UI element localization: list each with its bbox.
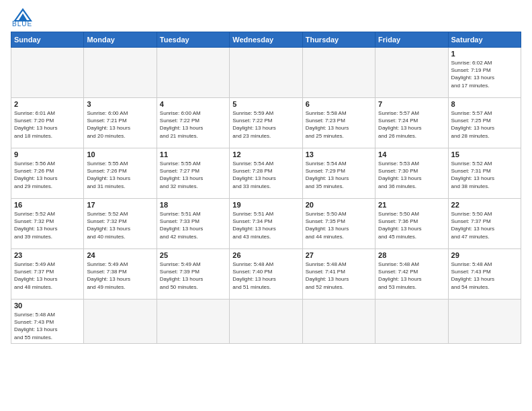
day-number: 5 (232, 100, 299, 108)
header-thursday: Thursday (302, 32, 375, 48)
calendar-cell: 25Sunrise: 5:49 AM Sunset: 7:39 PM Dayli… (157, 249, 229, 300)
calendar-cell: 10Sunrise: 5:55 AM Sunset: 7:26 PM Dayli… (84, 148, 157, 199)
calendar-cell (302, 48, 375, 98)
calendar-cell: 29Sunrise: 5:48 AM Sunset: 7:43 PM Dayli… (448, 249, 521, 300)
day-number: 15 (451, 150, 518, 158)
header-saturday: Saturday (448, 32, 521, 48)
day-info: Sunrise: 5:52 AM Sunset: 7:32 PM Dayligh… (87, 210, 153, 240)
day-info: Sunrise: 5:51 AM Sunset: 7:33 PM Dayligh… (160, 210, 226, 240)
calendar-cell: 22Sunrise: 5:50 AM Sunset: 7:37 PM Dayli… (448, 199, 521, 249)
day-info: Sunrise: 5:56 AM Sunset: 7:26 PM Dayligh… (14, 160, 81, 190)
calendar-cell: 15Sunrise: 5:52 AM Sunset: 7:31 PM Dayli… (448, 148, 521, 199)
day-number: 22 (451, 201, 518, 209)
day-info: Sunrise: 5:55 AM Sunset: 7:27 PM Dayligh… (160, 160, 226, 190)
calendar-cell: 26Sunrise: 5:48 AM Sunset: 7:40 PM Dayli… (230, 249, 302, 300)
calendar-cell (230, 300, 302, 344)
day-number: 8 (451, 100, 518, 108)
calendar-cell: 5Sunrise: 5:59 AM Sunset: 7:22 PM Daylig… (230, 98, 302, 148)
day-info: Sunrise: 5:50 AM Sunset: 7:35 PM Dayligh… (306, 210, 372, 240)
day-number: 12 (232, 150, 299, 158)
day-info: Sunrise: 5:51 AM Sunset: 7:34 PM Dayligh… (232, 210, 299, 240)
day-number: 16 (14, 201, 81, 209)
calendar-cell: 28Sunrise: 5:48 AM Sunset: 7:42 PM Dayli… (375, 249, 448, 300)
day-number: 7 (378, 100, 445, 108)
calendar-cell: 18Sunrise: 5:51 AM Sunset: 7:33 PM Dayli… (157, 199, 229, 249)
calendar-page: BLUE Sunday Monday Tuesday Wednesday Thu… (0, 0, 532, 349)
day-number: 1 (451, 50, 518, 58)
day-info: Sunrise: 5:50 AM Sunset: 7:36 PM Dayligh… (378, 210, 445, 240)
day-number: 21 (378, 201, 445, 209)
calendar-cell (84, 300, 157, 344)
calendar-cell: 12Sunrise: 5:54 AM Sunset: 7:28 PM Dayli… (230, 148, 302, 199)
day-info: Sunrise: 5:48 AM Sunset: 7:43 PM Dayligh… (451, 261, 518, 291)
calendar-cell: 24Sunrise: 5:49 AM Sunset: 7:38 PM Dayli… (84, 249, 157, 300)
day-number: 9 (14, 150, 81, 158)
day-info: Sunrise: 5:54 AM Sunset: 7:28 PM Dayligh… (232, 160, 299, 190)
day-number: 3 (87, 100, 153, 108)
calendar-cell: 1Sunrise: 6:02 AM Sunset: 7:19 PM Daylig… (448, 48, 521, 98)
calendar-cell (448, 300, 521, 344)
day-info: Sunrise: 5:50 AM Sunset: 7:37 PM Dayligh… (451, 210, 518, 240)
calendar-cell (302, 300, 375, 344)
day-info: Sunrise: 5:49 AM Sunset: 7:37 PM Dayligh… (14, 261, 81, 291)
day-info: Sunrise: 5:49 AM Sunset: 7:39 PM Dayligh… (160, 261, 226, 291)
calendar-cell: 8Sunrise: 5:57 AM Sunset: 7:25 PM Daylig… (448, 98, 521, 148)
day-info: Sunrise: 6:01 AM Sunset: 7:20 PM Dayligh… (14, 109, 81, 140)
calendar-cell: 11Sunrise: 5:55 AM Sunset: 7:27 PM Dayli… (157, 148, 229, 199)
day-number: 10 (87, 150, 153, 158)
day-number: 19 (232, 201, 299, 209)
header: BLUE (11, 8, 521, 28)
calendar-cell: 23Sunrise: 5:49 AM Sunset: 7:37 PM Dayli… (11, 249, 84, 300)
calendar-cell (230, 48, 302, 98)
day-number: 20 (306, 201, 372, 209)
day-number: 29 (451, 251, 518, 259)
day-number: 27 (306, 251, 372, 259)
day-number: 11 (160, 150, 226, 158)
day-info: Sunrise: 5:58 AM Sunset: 7:23 PM Dayligh… (306, 109, 372, 140)
day-info: Sunrise: 5:54 AM Sunset: 7:29 PM Dayligh… (306, 160, 372, 190)
day-number: 4 (160, 100, 226, 108)
calendar-cell (11, 48, 84, 98)
day-info: Sunrise: 5:52 AM Sunset: 7:31 PM Dayligh… (451, 160, 518, 190)
calendar-cell (84, 48, 157, 98)
day-info: Sunrise: 5:59 AM Sunset: 7:22 PM Dayligh… (232, 109, 299, 140)
calendar-cell: 4Sunrise: 6:00 AM Sunset: 7:22 PM Daylig… (157, 98, 229, 148)
day-info: Sunrise: 5:48 AM Sunset: 7:43 PM Dayligh… (14, 311, 81, 341)
logo: BLUE (11, 8, 32, 28)
day-info: Sunrise: 5:57 AM Sunset: 7:25 PM Dayligh… (451, 109, 518, 140)
calendar-cell: 17Sunrise: 5:52 AM Sunset: 7:32 PM Dayli… (84, 199, 157, 249)
header-friday: Friday (375, 32, 448, 48)
calendar-cell: 30Sunrise: 5:48 AM Sunset: 7:43 PM Dayli… (11, 300, 84, 344)
day-number: 18 (160, 201, 226, 209)
calendar-cell (157, 300, 229, 344)
calendar-cell (375, 300, 448, 344)
logo-icon (13, 8, 32, 21)
header-wednesday: Wednesday (230, 32, 302, 48)
day-info: Sunrise: 5:55 AM Sunset: 7:26 PM Dayligh… (87, 160, 153, 190)
calendar-cell: 7Sunrise: 5:57 AM Sunset: 7:24 PM Daylig… (375, 98, 448, 148)
day-info: Sunrise: 5:48 AM Sunset: 7:40 PM Dayligh… (232, 261, 299, 291)
calendar-cell: 2Sunrise: 6:01 AM Sunset: 7:20 PM Daylig… (11, 98, 84, 148)
calendar-cell: 21Sunrise: 5:50 AM Sunset: 7:36 PM Dayli… (375, 199, 448, 249)
calendar-cell: 14Sunrise: 5:53 AM Sunset: 7:30 PM Dayli… (375, 148, 448, 199)
day-number: 23 (14, 251, 81, 259)
day-number: 24 (87, 251, 153, 259)
day-info: Sunrise: 6:00 AM Sunset: 7:22 PM Dayligh… (160, 109, 226, 140)
calendar-cell: 20Sunrise: 5:50 AM Sunset: 7:35 PM Dayli… (302, 199, 375, 249)
calendar-cell: 27Sunrise: 5:48 AM Sunset: 7:41 PM Dayli… (302, 249, 375, 300)
calendar-cell (157, 48, 229, 98)
day-info: Sunrise: 5:53 AM Sunset: 7:30 PM Dayligh… (378, 160, 445, 190)
calendar-cell: 16Sunrise: 5:52 AM Sunset: 7:32 PM Dayli… (11, 199, 84, 249)
day-number: 30 (14, 302, 81, 310)
day-info: Sunrise: 5:57 AM Sunset: 7:24 PM Dayligh… (378, 109, 445, 140)
calendar-cell: 3Sunrise: 6:00 AM Sunset: 7:21 PM Daylig… (84, 98, 157, 148)
day-info: Sunrise: 6:00 AM Sunset: 7:21 PM Dayligh… (87, 109, 153, 140)
day-number: 14 (378, 150, 445, 158)
calendar-cell: 9Sunrise: 5:56 AM Sunset: 7:26 PM Daylig… (11, 148, 84, 199)
calendar-cell (375, 48, 448, 98)
day-number: 13 (306, 150, 372, 158)
calendar-cell: 6Sunrise: 5:58 AM Sunset: 7:23 PM Daylig… (302, 98, 375, 148)
day-number: 17 (87, 201, 153, 209)
day-info: Sunrise: 6:02 AM Sunset: 7:19 PM Dayligh… (451, 59, 518, 89)
day-number: 2 (14, 100, 81, 108)
